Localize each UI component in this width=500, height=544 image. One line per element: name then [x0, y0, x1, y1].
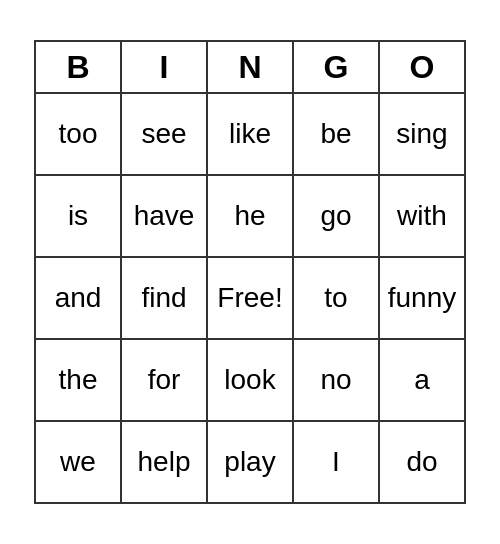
table-cell: for — [121, 339, 207, 421]
table-cell: we — [35, 421, 121, 503]
header-o: O — [379, 41, 465, 93]
table-row: andfindFree!tofunny — [35, 257, 465, 339]
table-row: ishavehegowith — [35, 175, 465, 257]
table-cell: sing — [379, 93, 465, 175]
table-cell: I — [293, 421, 379, 503]
table-row: theforlooknoa — [35, 339, 465, 421]
table-cell: help — [121, 421, 207, 503]
table-cell: do — [379, 421, 465, 503]
header-row: B I N G O — [35, 41, 465, 93]
table-cell: with — [379, 175, 465, 257]
table-cell: look — [207, 339, 293, 421]
table-cell: like — [207, 93, 293, 175]
table-cell: the — [35, 339, 121, 421]
table-cell: no — [293, 339, 379, 421]
table-cell: is — [35, 175, 121, 257]
table-row: tooseelikebesing — [35, 93, 465, 175]
bingo-body: tooseelikebesingishavehegowithandfindFre… — [35, 93, 465, 503]
table-cell: play — [207, 421, 293, 503]
table-cell: funny — [379, 257, 465, 339]
header-i: I — [121, 41, 207, 93]
table-cell: he — [207, 175, 293, 257]
bingo-card: B I N G O tooseelikebesingishavehegowith… — [18, 24, 482, 520]
header-n: N — [207, 41, 293, 93]
table-row: wehelpplayIdo — [35, 421, 465, 503]
bingo-table: B I N G O tooseelikebesingishavehegowith… — [34, 40, 466, 504]
table-cell: go — [293, 175, 379, 257]
table-cell: have — [121, 175, 207, 257]
table-cell: Free! — [207, 257, 293, 339]
table-cell: find — [121, 257, 207, 339]
table-cell: be — [293, 93, 379, 175]
table-cell: see — [121, 93, 207, 175]
table-cell: a — [379, 339, 465, 421]
header-g: G — [293, 41, 379, 93]
table-cell: to — [293, 257, 379, 339]
header-b: B — [35, 41, 121, 93]
table-cell: too — [35, 93, 121, 175]
table-cell: and — [35, 257, 121, 339]
